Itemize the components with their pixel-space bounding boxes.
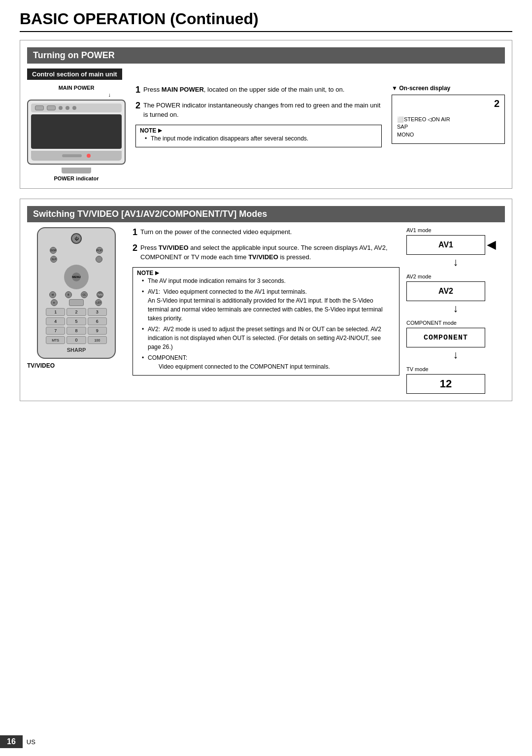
switching-step1-num: 1: [133, 227, 137, 238]
note-label-s2: NOTE: [137, 270, 395, 276]
step1-bold: MAIN POWER: [162, 86, 204, 93]
page-locale: US: [27, 738, 35, 746]
tv-bottom-bar: [31, 151, 122, 161]
tv-screen: [31, 114, 122, 149]
remote-pcflip-btn: PC/F: [96, 247, 103, 254]
remote-extra-btn: [96, 256, 102, 263]
page-footer: 16 US: [0, 735, 532, 748]
remote-plus-btn: +: [51, 299, 58, 306]
note-s2-item-4: COMPONENT: Video equipment connected to …: [142, 353, 395, 371]
remote-bright-btn: B: [65, 291, 72, 298]
remote-btn-7: 7: [46, 327, 65, 335]
step1: 1 Press MAIN POWER, located on the upper…: [135, 85, 382, 96]
section1-header: Turning on POWER: [27, 47, 505, 64]
remote-cc-btn: CC: [81, 291, 88, 298]
switching-steps-area: 1 Turn on the power of the connected vid…: [133, 227, 399, 394]
av2-mode-box: AV2: [406, 281, 485, 301]
arrow-down-3: ↓: [406, 349, 505, 360]
mode-list: AV1 mode AV1 ◀ ↓ AV2 mode AV2: [406, 227, 505, 394]
step2: 2 Turn on the power of the connected vid…: [135, 101, 382, 120]
step2-tvvideo-bold2: TV/VIDEO: [248, 253, 278, 261]
remote-btn-mts: MTS: [46, 336, 65, 344]
note-s2-item-3: AV2: AV2 mode is used to adjust the pres…: [142, 325, 395, 351]
subsection-header: Control section of main unit: [27, 69, 122, 80]
step1-suffix: , located on the upper side of the main …: [204, 86, 344, 93]
onscreen-display-area: On-screen display 2 ⬜STEREO ◁ON AIR SAP …: [392, 85, 505, 181]
av2-mode-wrapper: AV2: [406, 281, 505, 301]
switching-step2-content: Press TV/VIDEO and select the applicable…: [140, 244, 388, 261]
step2-content: The POWER indicator instantaneously chan…: [143, 102, 380, 119]
note-s2-item-2: AV1: Video equipment connected to the AV…: [142, 287, 395, 323]
remote-btn-6: 6: [88, 317, 107, 325]
remote-tvvideo-btn: TV/V: [97, 291, 103, 298]
power-indicator-label: POWER indicator: [27, 175, 126, 181]
onscreen-sap: SAP: [397, 123, 450, 131]
component-mode-wrapper: COMPONENT: [406, 328, 505, 347]
onscreen-mono: MONO: [397, 131, 450, 138]
remote-power-button: ⏻: [71, 233, 82, 244]
remote-btn-1: 1: [46, 308, 65, 316]
arrow-down-1: ↓: [406, 257, 505, 268]
remote-btn-2: 2: [66, 308, 86, 316]
step2-tvvideo-bold: TV/VIDEO: [159, 244, 189, 251]
switching-step2-num: 2: [133, 243, 137, 254]
component-mode-label: COMPONENT mode: [406, 320, 505, 326]
remote-sleep-btn: SLP: [50, 256, 57, 263]
tv-text: 12: [440, 378, 452, 390]
note-item-1: The input mode indication disappears aft…: [145, 134, 377, 143]
section2-header: Switching TV/VIDEO [AV1/AV2/COMPONENT/TV…: [27, 206, 505, 222]
av1-arrow-right: ◀: [487, 239, 496, 251]
main-power-label: MAIN POWER: [27, 85, 126, 91]
step1-text: Press MAIN POWER, located on the upper s…: [143, 86, 344, 93]
note-box-section1: NOTE The input mode indication disappear…: [135, 125, 382, 147]
remote-btn-4: 4: [46, 317, 65, 325]
component-mode-box: COMPONENT: [406, 328, 485, 347]
av1-mode-box: AV1 ◀: [406, 235, 485, 255]
remote-control: ⏻ DISP PC/F SLP MENU: [37, 227, 116, 359]
note-box-section2: NOTE The AV input mode indication remain…: [133, 267, 399, 376]
switching-step2: 2 Press TV/VIDEO and select the applicab…: [133, 243, 399, 262]
step1-number: 1: [135, 85, 140, 96]
remote-menu-btn: MENU: [72, 273, 81, 281]
remote-numpad: 1 2 3 4 5 6 7 8 9 MTS 0 100: [46, 308, 107, 344]
remote-brand: SHARP: [42, 347, 111, 353]
tv-stand: [62, 168, 91, 173]
remote-btn-5: 5: [66, 317, 86, 325]
av2-mode-label: AV2 mode: [406, 274, 505, 279]
av2-text: AV2: [438, 287, 453, 296]
note-list-s2: The AV input mode indication remains for…: [137, 276, 395, 371]
page-title: BASIC OPERATION (Continued): [20, 10, 512, 32]
component-text: COMPONENT: [424, 334, 468, 342]
av1-mode-wrapper: AV1 ◀: [406, 235, 505, 255]
note-list: The input mode indication disappears aft…: [140, 134, 377, 143]
remote-btn-0: 0: [66, 336, 86, 344]
mode-display-area: AV1 mode AV1 ◀ ↓ AV2 mode AV2: [406, 227, 505, 394]
tvvideo-label: TV/VIDEO: [27, 362, 55, 369]
onscreen-display-box: 2 ⬜STEREO ◁ON AIR SAP MONO: [392, 95, 505, 144]
tv-mode-wrapper: 12: [406, 374, 505, 394]
switching-section: Switching TV/VIDEO [AV1/AV2/COMPONENT/TV…: [20, 199, 512, 401]
tv-mode-label: TV mode: [406, 366, 505, 372]
remote-mute-btn: M: [49, 291, 56, 298]
onscreen-number: 2: [494, 98, 499, 109]
note-s2-item-1: The AV input mode indication remains for…: [142, 276, 395, 285]
remote-btn-3: 3: [88, 308, 107, 316]
remote-dpad: MENU: [64, 265, 89, 289]
steps-area: 1 Press MAIN POWER, located on the upper…: [131, 85, 387, 181]
tv-illustration-area: MAIN POWER ↓: [27, 85, 126, 181]
av1-text: AV1: [438, 241, 453, 249]
switching-step1-text: Turn on the power of the connected video…: [140, 228, 292, 236]
tv-mode-box: 12: [406, 374, 485, 394]
remote-area: ⏻ DISP PC/F SLP MENU: [27, 227, 126, 394]
note-label: NOTE: [140, 127, 377, 134]
av1-mode-label: AV1 mode: [406, 227, 505, 233]
remote-lastback-btn: LST: [95, 299, 102, 306]
remote-btn-9: 9: [88, 327, 107, 335]
component-desc: Video equipment connected to the COMPONE…: [148, 363, 330, 370]
arrow-down-2: ↓: [406, 303, 505, 314]
onscreen-title: On-screen display: [392, 85, 505, 92]
step2-suffix: is pressed.: [278, 253, 311, 261]
remote-btn-100: 100: [88, 336, 107, 344]
step2-number: 2: [135, 101, 140, 111]
page-number: 16: [0, 735, 23, 748]
